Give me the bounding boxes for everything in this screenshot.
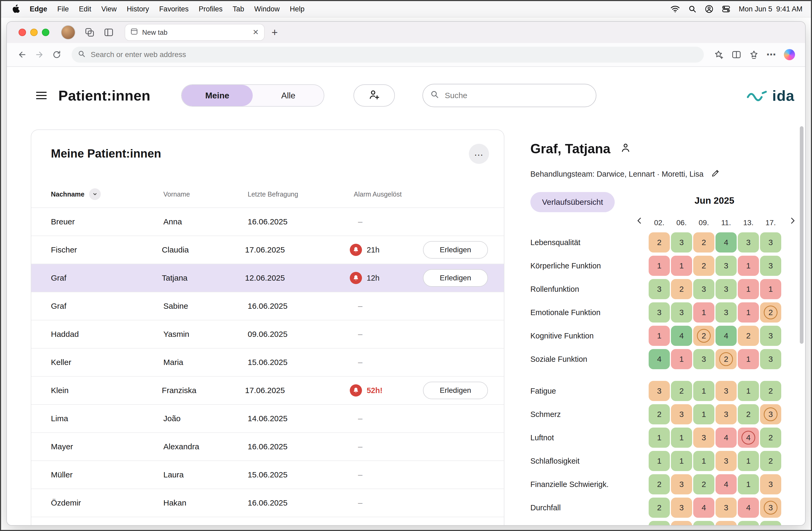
menu-window[interactable]: Window: [254, 5, 280, 13]
score-cell[interactable]: 3: [715, 451, 737, 471]
menubar-clock[interactable]: Mon Jun 5 9:41 AM: [739, 5, 802, 13]
add-patient-button[interactable]: [353, 84, 395, 106]
score-cell[interactable]: 3: [693, 349, 714, 369]
score-cell[interactable]: 1: [738, 474, 759, 494]
score-cell[interactable]: 4: [715, 428, 737, 448]
menu-profiles[interactable]: Profiles: [199, 5, 222, 13]
patient-search[interactable]: [422, 84, 596, 107]
score-cell[interactable]: 3: [715, 381, 737, 401]
search-input[interactable]: [444, 90, 589, 101]
menu-file[interactable]: File: [57, 5, 69, 13]
score-cell[interactable]: 1: [738, 279, 759, 299]
user-switch-icon[interactable]: [705, 5, 713, 13]
score-cell[interactable]: 2: [649, 404, 670, 425]
score-cell[interactable]: 1: [649, 256, 670, 276]
score-cell[interactable]: 3: [649, 279, 670, 299]
score-cell[interactable]: 2: [760, 428, 781, 448]
score-cell[interactable]: 2: [693, 474, 714, 494]
score-cell[interactable]: 4: [715, 326, 737, 346]
score-cell[interactable]: 4: [671, 326, 692, 346]
score-cell[interactable]: 2: [649, 521, 670, 525]
back-icon[interactable]: [17, 49, 27, 60]
control-center-icon[interactable]: [722, 5, 730, 13]
erledigen-button[interactable]: Erledigen: [423, 269, 488, 287]
wifi-icon[interactable]: [670, 5, 680, 13]
score-cell[interactable]: 2: [693, 232, 714, 253]
score-cell[interactable]: 1: [693, 451, 714, 471]
score-cell[interactable]: 3: [671, 404, 692, 425]
table-row[interactable]: Schneider-AdamsAmina14.06.2025–: [31, 517, 504, 525]
spotlight-search-icon[interactable]: [688, 5, 696, 13]
score-cell[interactable]: 2: [760, 302, 781, 322]
score-cell[interactable]: 4: [715, 474, 737, 494]
score-cell[interactable]: 1: [671, 451, 692, 471]
score-cell[interactable]: 2: [671, 279, 692, 299]
address-input[interactable]: [90, 50, 697, 59]
score-cell[interactable]: 4: [693, 498, 714, 518]
menu-favorites[interactable]: Favorites: [159, 5, 189, 13]
score-cell[interactable]: 1: [649, 326, 670, 346]
score-cell[interactable]: 2: [760, 451, 781, 471]
score-cell[interactable]: 1: [760, 521, 781, 525]
score-cell[interactable]: 3: [693, 279, 714, 299]
table-row[interactable]: HaddadYasmin09.06.2025–: [31, 320, 504, 348]
menu-help[interactable]: Help: [290, 5, 305, 13]
card-more-button[interactable]: …: [469, 144, 489, 164]
score-cell[interactable]: 3: [715, 498, 737, 518]
table-row[interactable]: GrafTatjana12.06.202512hErledigen: [31, 264, 504, 292]
column-letzte-befragung[interactable]: Letzte Befragung: [248, 190, 354, 198]
verlaufsuebersicht-button[interactable]: Verlaufsübersicht: [531, 192, 615, 212]
score-cell[interactable]: 4: [715, 232, 737, 253]
score-cell[interactable]: 2: [649, 498, 670, 518]
tab-close-icon[interactable]: ✕: [253, 29, 259, 36]
score-cell[interactable]: 3: [671, 498, 692, 518]
score-cell[interactable]: 1: [693, 404, 714, 425]
menu-view[interactable]: View: [101, 5, 117, 13]
score-cell[interactable]: 1: [738, 381, 759, 401]
table-row[interactable]: FischerClaudia17.06.202521hErledigen: [31, 235, 504, 264]
score-cell[interactable]: 3: [649, 302, 670, 322]
table-row[interactable]: GrafSabine16.06.2025–: [31, 292, 504, 320]
score-cell[interactable]: 1: [693, 302, 714, 322]
score-cell[interactable]: 3: [760, 232, 781, 253]
score-cell[interactable]: 2: [738, 404, 759, 425]
score-cell[interactable]: 1: [693, 381, 714, 401]
score-cell[interactable]: 3: [671, 302, 692, 322]
score-cell[interactable]: 3: [671, 474, 692, 494]
table-row[interactable]: LimaJoão14.06.2025–: [31, 404, 504, 432]
score-cell[interactable]: 1: [760, 279, 781, 299]
score-cell[interactable]: 1: [671, 349, 692, 369]
score-cell[interactable]: 3: [715, 404, 737, 425]
score-cell[interactable]: 3: [760, 474, 781, 494]
score-cell[interactable]: 3: [760, 256, 781, 276]
score-cell[interactable]: 3: [760, 326, 781, 346]
address-bar[interactable]: [72, 47, 704, 62]
window-zoom-button[interactable]: [42, 29, 49, 36]
score-cell[interactable]: 1: [738, 349, 759, 369]
erledigen-button[interactable]: Erledigen: [423, 382, 488, 399]
column-vorname[interactable]: Vorname: [163, 190, 248, 198]
page-scrollbar[interactable]: [800, 126, 803, 344]
score-cell[interactable]: 2: [715, 349, 737, 369]
hamburger-menu-icon[interactable]: [36, 92, 47, 99]
refresh-icon[interactable]: [52, 50, 61, 59]
copilot-icon[interactable]: [784, 49, 795, 60]
score-cell[interactable]: 3: [760, 498, 781, 518]
workspaces-icon[interactable]: [85, 28, 95, 37]
segment-alle[interactable]: Alle: [253, 85, 324, 106]
score-cell[interactable]: 4: [649, 349, 670, 369]
patient-profile-icon[interactable]: [620, 142, 631, 155]
apple-logo-icon[interactable]: [12, 4, 20, 14]
window-close-button[interactable]: [18, 29, 26, 36]
more-options-icon[interactable]: ⋯: [766, 49, 777, 60]
segment-meine[interactable]: Meine: [182, 85, 253, 106]
score-cell[interactable]: 2: [671, 381, 692, 401]
profile-avatar[interactable]: [61, 25, 75, 40]
score-cell[interactable]: 1: [649, 451, 670, 471]
score-cell[interactable]: 4: [738, 498, 759, 518]
score-cell[interactable]: 1: [671, 256, 692, 276]
score-cell[interactable]: 3: [715, 521, 737, 525]
score-cell[interactable]: 3: [671, 232, 692, 253]
menu-history[interactable]: History: [127, 5, 149, 13]
score-cell[interactable]: 3: [649, 381, 670, 401]
